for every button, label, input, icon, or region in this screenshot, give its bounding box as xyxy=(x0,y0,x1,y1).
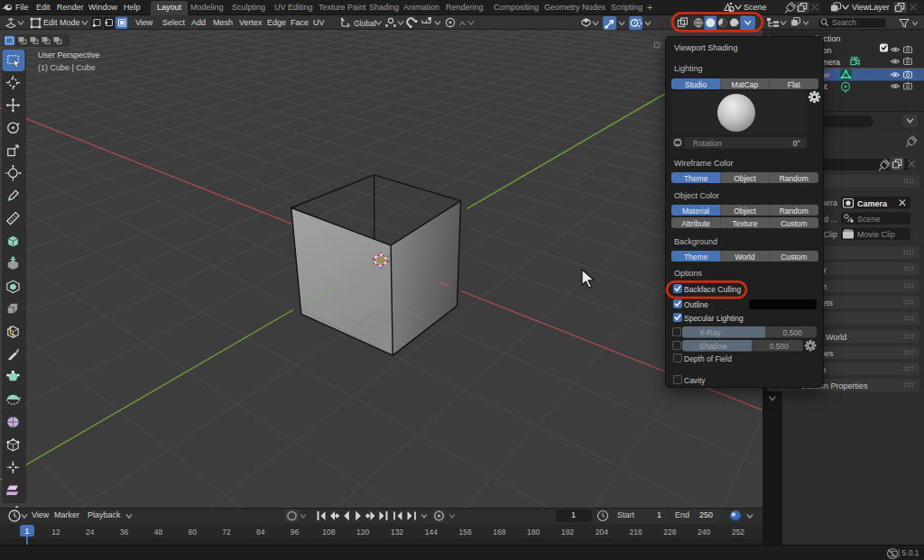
svg-text:Options: Options xyxy=(674,269,703,278)
svg-text:0°: 0° xyxy=(793,139,800,148)
svg-text:192: 192 xyxy=(561,528,574,537)
svg-text:216: 216 xyxy=(630,528,642,537)
svg-text:Random: Random xyxy=(780,174,808,183)
svg-text:Viewport Shading: Viewport Shading xyxy=(674,43,737,52)
svg-text:Random: Random xyxy=(780,207,808,216)
svg-text:0.500: 0.500 xyxy=(770,342,790,351)
svg-text:36: 36 xyxy=(120,528,129,537)
svg-text:60: 60 xyxy=(188,528,197,537)
svg-text:Lighting: Lighting xyxy=(674,64,703,73)
svg-text:Studio: Studio xyxy=(685,80,707,89)
svg-text:MatCap: MatCap xyxy=(732,80,759,89)
svg-text:X-Ray: X-Ray xyxy=(699,328,721,337)
svg-text:Outline: Outline xyxy=(684,300,708,309)
svg-text:48: 48 xyxy=(154,528,163,537)
svg-text:240: 240 xyxy=(698,528,710,537)
svg-text:12: 12 xyxy=(51,528,60,537)
svg-text:Attribute: Attribute xyxy=(681,219,710,228)
svg-text:144: 144 xyxy=(425,528,438,537)
svg-text:156: 156 xyxy=(459,528,472,537)
svg-text:120: 120 xyxy=(356,528,369,537)
svg-text:24: 24 xyxy=(86,528,95,537)
svg-text:Object: Object xyxy=(734,174,756,183)
svg-text:96: 96 xyxy=(291,528,300,537)
svg-text:Object: Object xyxy=(734,207,756,216)
svg-text:Flat: Flat xyxy=(788,80,801,89)
svg-text:Backface Culling: Backface Culling xyxy=(684,285,742,294)
svg-text:Cavity: Cavity xyxy=(684,376,706,385)
svg-text:Depth of Field: Depth of Field xyxy=(684,354,732,363)
svg-text:Wireframe Color: Wireframe Color xyxy=(674,159,734,168)
svg-text:Object Color: Object Color xyxy=(674,191,719,200)
svg-text:180: 180 xyxy=(527,528,540,537)
svg-text:Custom: Custom xyxy=(781,252,807,262)
svg-text:204: 204 xyxy=(596,528,608,537)
svg-text:252: 252 xyxy=(732,528,744,537)
svg-text:Shadow: Shadow xyxy=(699,342,728,351)
svg-text:132: 132 xyxy=(391,528,403,537)
svg-text:168: 168 xyxy=(493,528,505,537)
svg-text:Theme: Theme xyxy=(684,252,708,262)
svg-text:Background: Background xyxy=(674,237,717,246)
svg-text:Theme: Theme xyxy=(684,174,708,183)
svg-text:World: World xyxy=(735,252,754,262)
svg-text:Texture: Texture xyxy=(733,219,758,228)
svg-text:Camera: Camera xyxy=(857,199,888,208)
svg-text:Rotation: Rotation xyxy=(693,139,722,148)
svg-text:72: 72 xyxy=(222,528,231,537)
svg-text:84: 84 xyxy=(256,528,265,537)
svg-text:228: 228 xyxy=(663,528,676,537)
svg-text:108: 108 xyxy=(322,528,335,537)
svg-text:Material: Material xyxy=(682,207,709,216)
svg-text:Custom: Custom xyxy=(781,219,807,228)
svg-text:Specular Lighting: Specular Lighting xyxy=(684,314,744,323)
svg-text:0.500: 0.500 xyxy=(783,328,803,337)
